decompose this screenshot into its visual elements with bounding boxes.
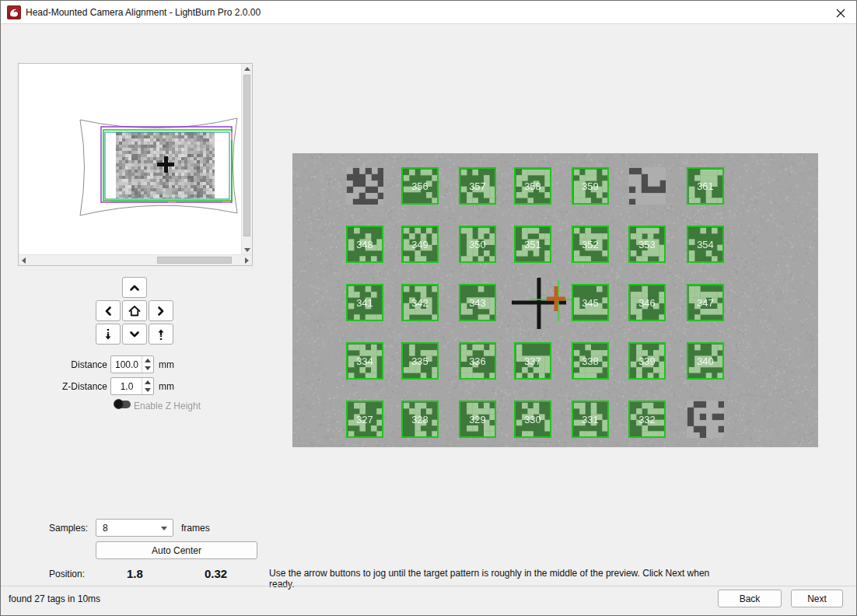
horizontal-scroll-thumb[interactable] <box>157 257 232 264</box>
aruco-tag-352: 352 <box>572 226 609 263</box>
distance-input[interactable] <box>111 356 142 373</box>
chevron-up-icon <box>128 282 141 294</box>
close-icon[interactable] <box>833 5 848 21</box>
tag-id-label: 338 <box>573 344 607 378</box>
aruco-tag-358: 358 <box>514 167 551 205</box>
vertical-scroll-thumb[interactable] <box>243 75 250 236</box>
samples-dropdown[interactable]: 8 <box>96 519 173 537</box>
position-x-value: 1.8 <box>127 567 143 580</box>
chevron-down-icon <box>128 328 141 341</box>
aruco-tag <box>346 167 383 205</box>
position-y-value: 0.32 <box>205 567 227 580</box>
z-down-button[interactable] <box>96 324 121 345</box>
tag-id-label: 334 <box>348 344 382 378</box>
tag-id-label: 341 <box>348 285 382 320</box>
dialog-window: Head-Mounted Camera Alignment - LightBur… <box>0 0 857 616</box>
tag-id-label: 329 <box>460 402 495 436</box>
jog-up-button[interactable] <box>122 277 147 298</box>
home-icon <box>128 304 142 318</box>
tag-id-label: 332 <box>630 402 664 436</box>
aruco-tag-354: 354 <box>687 226 724 263</box>
aruco-tag-338: 338 <box>572 342 609 380</box>
samples-value: 8 <box>103 523 108 534</box>
scroll-right-icon[interactable] <box>245 257 249 264</box>
title-bar: Head-Mounted Camera Alignment - LightBur… <box>1 1 856 24</box>
spin-down-icon[interactable] <box>145 388 151 392</box>
aruco-tag-334: 334 <box>346 342 383 380</box>
scroll-down-icon[interactable] <box>244 248 250 252</box>
aruco-tag-330: 330 <box>514 401 551 438</box>
tag-id-label: 348 <box>348 227 382 261</box>
status-message: found 27 tags in 10ms <box>9 593 100 604</box>
aruco-tag-350: 350 <box>459 226 496 263</box>
statusbar-divider <box>1 586 856 586</box>
aruco-tag-357: 357 <box>459 167 496 205</box>
distance-label: Distance <box>30 359 107 370</box>
lens-distortion-overlay <box>19 64 242 255</box>
aruco-tag-346: 346 <box>628 284 666 321</box>
aruco-tag-349: 349 <box>401 226 439 263</box>
position-label: Position: <box>7 569 85 579</box>
aruco-tag-351: 351 <box>514 226 551 263</box>
z-distance-unit: mm <box>159 381 174 392</box>
tag-id-label: 356 <box>403 169 437 203</box>
aruco-tag <box>628 167 666 205</box>
jog-down-button[interactable] <box>122 324 147 345</box>
tag-id-label: 345 <box>573 285 607 320</box>
z-up-button[interactable] <box>149 324 173 345</box>
tag-id-label: 336 <box>460 344 495 378</box>
scroll-left-icon[interactable] <box>22 257 26 264</box>
tag-id-label: 342 <box>403 285 437 320</box>
tag-id-label: 350 <box>460 227 495 261</box>
window-title: Head-Mounted Camera Alignment - LightBur… <box>26 7 261 18</box>
spin-down-icon[interactable] <box>145 366 151 370</box>
tag-id-label: 331 <box>573 402 607 436</box>
aruco-tag-348: 348 <box>346 226 383 263</box>
aruco-tag-361: 361 <box>687 167 724 205</box>
distance-unit: mm <box>159 359 174 370</box>
auto-center-button[interactable]: Auto Center <box>96 541 257 559</box>
z-distance-input[interactable] <box>111 378 142 394</box>
samples-label: Samples: <box>10 523 88 534</box>
aruco-tag-335: 335 <box>401 342 439 380</box>
distance-field[interactable] <box>110 355 154 373</box>
spin-up-icon[interactable] <box>145 380 151 384</box>
next-button[interactable]: Next <box>791 590 843 607</box>
camera-view: 3563573583593613483493503513523533543413… <box>292 153 818 447</box>
preview-horizontal-scrollbar[interactable] <box>19 254 252 265</box>
aruco-tag-336: 336 <box>459 342 496 380</box>
aruco-tag-337: 337 <box>514 342 551 380</box>
aruco-tag-327: 327 <box>346 401 383 438</box>
enable-z-toggle[interactable] <box>115 401 131 408</box>
preview-vertical-scrollbar[interactable] <box>241 64 252 255</box>
jog-left-button[interactable] <box>96 300 121 321</box>
tag-id-label: 357 <box>460 169 495 203</box>
camera-preview-panel <box>18 63 253 266</box>
aruco-tag-339: 339 <box>628 342 666 380</box>
chevron-left-icon <box>102 305 114 317</box>
aruco-tag-347: 347 <box>687 284 724 321</box>
tag-id-label: 337 <box>516 344 550 378</box>
z-distance-label: Z-Distance <box>30 381 107 392</box>
chevron-right-icon <box>155 305 167 317</box>
jog-right-button[interactable] <box>149 300 173 321</box>
aruco-tag-341: 341 <box>346 284 383 321</box>
aruco-tag <box>687 401 724 438</box>
tag-id-label: 358 <box>516 169 550 203</box>
aruco-tag-345: 345 <box>572 284 609 321</box>
samples-unit: frames <box>181 523 210 534</box>
tag-id-label: 340 <box>688 344 722 378</box>
aruco-tag-356: 356 <box>401 167 439 205</box>
tag-id-label: 354 <box>688 227 722 261</box>
enable-z-label: Enable Z Height <box>134 401 201 411</box>
chevron-down-icon <box>161 527 167 530</box>
spin-up-icon[interactable] <box>145 359 151 362</box>
z-distance-field[interactable] <box>110 377 154 395</box>
back-button[interactable]: Back <box>718 590 782 607</box>
aruco-tag-329: 329 <box>459 401 496 438</box>
aruco-tag-331: 331 <box>572 401 609 438</box>
tag-id-label: 335 <box>403 344 437 378</box>
scroll-up-icon[interactable] <box>244 67 250 71</box>
jog-home-button[interactable] <box>122 300 147 321</box>
tag-id-label: 327 <box>348 402 382 436</box>
